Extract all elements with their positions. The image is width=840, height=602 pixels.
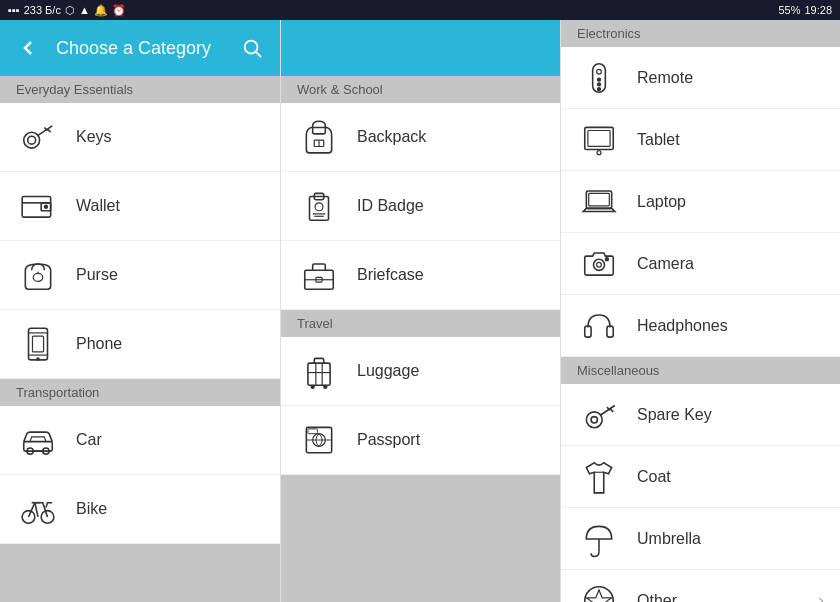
app-header: Choose a Category: [0, 20, 280, 76]
left-panel: Choose a Category Everyday Essentials: [0, 20, 280, 602]
laptop-icon: [577, 180, 621, 224]
section-electronics: Electronics: [561, 20, 840, 47]
briefcase-label: Briefcase: [357, 266, 424, 284]
svg-point-52: [597, 150, 601, 154]
luggage-icon: [297, 349, 341, 393]
bike-icon: [16, 487, 60, 531]
svg-point-46: [597, 69, 602, 74]
svg-point-56: [597, 262, 602, 267]
section-everyday-essentials: Everyday Essentials: [0, 76, 280, 103]
keys-label: Keys: [76, 128, 112, 146]
svg-point-2: [24, 132, 40, 148]
list-item-idbadge[interactable]: ID Badge: [281, 172, 560, 241]
list-item-headphones[interactable]: Headphones: [561, 295, 840, 357]
svg-point-40: [324, 385, 327, 388]
other-label: Other: [637, 592, 677, 603]
umbrella-label: Umbrella: [637, 530, 701, 548]
passport-icon: [297, 418, 341, 462]
umbrella-icon: [577, 517, 621, 561]
section-travel: Travel: [281, 310, 560, 337]
list-item-remote[interactable]: Remote: [561, 47, 840, 109]
svg-point-23: [41, 511, 54, 524]
list-item-sparekey[interactable]: Spare Key: [561, 384, 840, 446]
list-item-coat[interactable]: Coat: [561, 446, 840, 508]
left-panel-gray-area: [0, 544, 280, 602]
svg-rect-35: [308, 363, 330, 385]
svg-line-63: [610, 408, 613, 411]
signal-icon: ▪▪▪: [8, 4, 20, 16]
svg-point-22: [22, 511, 35, 524]
wallet-icon: [16, 184, 60, 228]
svg-line-1: [256, 52, 261, 57]
svg-rect-51: [588, 130, 610, 146]
passport-label: Passport: [357, 431, 420, 449]
svg-point-11: [33, 273, 43, 281]
idbadge-icon: [297, 184, 341, 228]
bike-label: Bike: [76, 500, 107, 518]
headphones-label: Headphones: [637, 317, 728, 335]
svg-rect-54: [589, 193, 610, 206]
other-icon: [577, 579, 621, 603]
alarm-icon: ⏰: [112, 4, 126, 17]
svg-point-0: [245, 41, 258, 54]
car-icon: [16, 418, 60, 462]
svg-line-5: [48, 129, 51, 132]
tablet-label: Tablet: [637, 131, 680, 149]
coat-icon: [577, 455, 621, 499]
headphones-icon: [577, 304, 621, 348]
list-item-briefcase[interactable]: Briefcase: [281, 241, 560, 310]
list-item-luggage[interactable]: Luggage: [281, 337, 560, 406]
list-item-purse[interactable]: Purse: [0, 241, 280, 310]
wallet-label: Wallet: [76, 197, 120, 215]
svg-point-39: [311, 385, 314, 388]
phone-icon: [16, 322, 60, 366]
svg-point-29: [315, 203, 323, 211]
data-speed: 233 Б/с: [24, 4, 61, 16]
section-work-school: Work & School: [281, 76, 560, 103]
list-item-backpack[interactable]: Backpack: [281, 103, 560, 172]
list-item-phone[interactable]: Phone: [0, 310, 280, 379]
svg-point-57: [605, 257, 608, 260]
camera-label: Camera: [637, 255, 694, 273]
svg-point-49: [597, 87, 600, 90]
list-item-umbrella[interactable]: Umbrella: [561, 508, 840, 570]
purse-label: Purse: [76, 266, 118, 284]
svg-point-60: [586, 411, 602, 427]
status-left: ▪▪▪ 233 Б/с ⬡ ▲ 🔔 ⏰: [8, 4, 126, 17]
list-item-keys[interactable]: Keys: [0, 103, 280, 172]
keys-icon: [16, 115, 60, 159]
list-item-passport[interactable]: Passport: [281, 406, 560, 475]
list-item-laptop[interactable]: Laptop: [561, 171, 840, 233]
svg-point-48: [597, 82, 600, 85]
svg-point-3: [28, 136, 36, 144]
header-title: Choose a Category: [56, 38, 224, 59]
list-item-other[interactable]: Other ›: [561, 570, 840, 602]
list-item-bike[interactable]: Bike: [0, 475, 280, 544]
list-item-camera[interactable]: Camera: [561, 233, 840, 295]
section-miscellaneous: Miscellaneous: [561, 357, 840, 384]
search-button[interactable]: [236, 32, 268, 64]
camera-icon: [577, 242, 621, 286]
app-container: Choose a Category Everyday Essentials: [0, 20, 840, 602]
list-item-car[interactable]: Car: [0, 406, 280, 475]
middle-panel: Work & School Backpack: [280, 20, 560, 602]
sparekey-icon: [577, 393, 621, 437]
bluetooth-icon: ⬡: [65, 4, 75, 17]
phone-label: Phone: [76, 335, 122, 353]
sparekey-label: Spare Key: [637, 406, 712, 424]
idbadge-label: ID Badge: [357, 197, 424, 215]
battery-text: 55%: [778, 4, 800, 16]
list-item-tablet[interactable]: Tablet: [561, 109, 840, 171]
svg-point-61: [591, 416, 597, 422]
backpack-label: Backpack: [357, 128, 426, 146]
svg-rect-58: [585, 326, 591, 337]
luggage-label: Luggage: [357, 362, 419, 380]
back-button[interactable]: [12, 32, 44, 64]
coat-label: Coat: [637, 468, 671, 486]
list-item-wallet[interactable]: Wallet: [0, 172, 280, 241]
right-panel: Electronics Remote: [560, 20, 840, 602]
location-icon: ▲: [79, 4, 90, 16]
car-label: Car: [76, 431, 102, 449]
svg-marker-68: [586, 589, 611, 602]
remote-icon: [577, 56, 621, 100]
